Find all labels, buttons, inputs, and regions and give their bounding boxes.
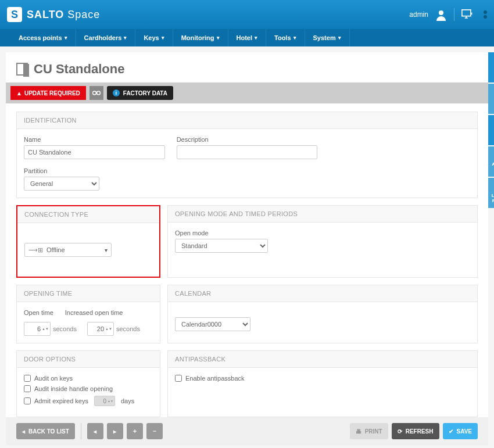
description-label: Description xyxy=(177,136,318,143)
open-time-label: Open time xyxy=(24,309,53,316)
refresh-icon: ⟳ xyxy=(398,428,402,435)
prev-button[interactable]: ◂ xyxy=(87,423,103,439)
card-door-options: DOOR OPTIONS Audit on keys Audit inside … xyxy=(16,350,160,417)
card-header: CALENDAR xyxy=(168,285,477,302)
sidetab-locations-functions[interactable]: LOCATIONS/ FUNCTIONS xyxy=(488,178,494,208)
spinner-icon[interactable]: ▲▼ xyxy=(105,327,112,331)
brand-logo-icon: S xyxy=(7,7,22,22)
increased-open-time-input[interactable]: 20▲▼ xyxy=(87,322,114,336)
warning-icon: ▲ xyxy=(16,90,22,96)
menu-hotel[interactable]: Hotel▾ xyxy=(228,29,267,46)
menu-system[interactable]: System▾ xyxy=(305,29,350,46)
topbar: S SALTO Space admin xyxy=(0,0,494,29)
door-icon xyxy=(16,63,28,76)
card-header: OPENING MODE AND TIMED PERIODS xyxy=(168,206,477,223)
card-connection-type: CONNECTION TYPE ⟶⊞ Offline ▾ xyxy=(16,205,160,278)
card-header: ANTIPASSBACK xyxy=(168,351,477,368)
svg-rect-1 xyxy=(462,10,471,16)
card-antipassback: ANTIPASSBACK Enable antipassback xyxy=(167,350,478,417)
factory-data-badge[interactable]: i FACTORY DATA xyxy=(107,86,173,100)
open-time-input[interactable]: 6▲▼ xyxy=(24,322,51,336)
audit-inside-handle-checkbox[interactable]: Audit inside handle opening xyxy=(24,385,153,392)
menu-tools[interactable]: Tools▾ xyxy=(266,29,305,46)
name-label: Name xyxy=(24,136,165,143)
card-calendar: CALENDAR Calendar0000 xyxy=(167,285,478,343)
add-button[interactable]: ＋ xyxy=(127,423,143,439)
side-tabs: USERS ACCESS LEVELS ZONES AUTOMATIC OUTP… xyxy=(488,52,494,209)
open-mode-label: Open mode xyxy=(175,230,470,236)
card-header: OPENING TIME xyxy=(17,285,160,302)
svg-rect-2 xyxy=(92,91,96,95)
info-icon: i xyxy=(113,89,120,96)
admit-expired-days-input[interactable]: 0▲▼ xyxy=(94,396,115,406)
calendar-select[interactable]: Calendar0000 xyxy=(175,317,250,331)
chevron-left-icon: ◂ xyxy=(22,428,25,435)
brand-text: SALTO Space xyxy=(27,9,100,21)
plus-icon: ＋ xyxy=(132,427,138,435)
next-button[interactable]: ▸ xyxy=(107,423,123,439)
svg-rect-3 xyxy=(96,91,100,95)
connection-type-select[interactable]: ⟶⊞ Offline ▾ xyxy=(24,243,112,257)
refresh-button[interactable]: ⟳REFRESH xyxy=(392,423,439,439)
audit-on-keys-checkbox[interactable]: Audit on keys xyxy=(24,375,153,382)
offline-icon: ⟶⊞ xyxy=(28,246,43,254)
enable-antipassback-checkbox[interactable]: Enable antipassback xyxy=(175,375,470,382)
menubar: Access points▾ Cardholders▾ Keys▾ Monito… xyxy=(0,29,494,46)
card-opening-mode: OPENING MODE AND TIMED PERIODS Open mode… xyxy=(167,205,478,278)
menu-access-points[interactable]: Access points▾ xyxy=(10,29,76,46)
open-mode-select[interactable]: Standard xyxy=(175,239,268,253)
spinner-icon[interactable]: ▲▼ xyxy=(42,327,49,331)
footer: ◂BACK TO LIST ◂ ▸ ＋ － 🖶PRINT ⟳REFRESH ✔S… xyxy=(6,417,488,445)
chevron-down-icon: ▾ xyxy=(105,247,108,253)
back-to-list-button[interactable]: ◂BACK TO LIST xyxy=(16,423,75,439)
chevron-left-icon: ◂ xyxy=(94,428,96,435)
name-input[interactable] xyxy=(24,145,165,159)
partition-label: Partition xyxy=(24,167,470,174)
topbar-right: admin xyxy=(409,8,487,21)
increased-open-time-label: Increased open time xyxy=(65,309,123,316)
alert-bar: ▲ UPDATE REQUIRED i FACTORY DATA xyxy=(6,83,488,103)
card-opening-time: OPENING TIME Open time Increased open ti… xyxy=(16,285,160,343)
info-dots-icon[interactable] xyxy=(484,10,487,19)
description-input[interactable] xyxy=(177,145,318,159)
menu-keys[interactable]: Keys▾ xyxy=(135,29,173,46)
brand[interactable]: S SALTO Space xyxy=(7,7,100,22)
page-title: CU Standalone xyxy=(34,62,124,77)
save-button[interactable]: ✔SAVE xyxy=(443,423,478,439)
sidetab-access-levels[interactable]: ACCESS LEVELS xyxy=(488,84,494,114)
card-header: CONNECTION TYPE xyxy=(17,206,159,223)
minus-icon: － xyxy=(152,427,157,435)
increased-open-time-unit: seconds xyxy=(116,325,140,332)
sidetab-zones[interactable]: ZONES xyxy=(488,115,494,145)
print-icon: 🖶 xyxy=(356,428,361,435)
menu-monitoring[interactable]: Monitoring▾ xyxy=(173,29,228,46)
card-header: IDENTIFICATION xyxy=(17,112,477,129)
sidetab-automatic-outputs[interactable]: AUTOMATIC OUTPUTS xyxy=(488,146,494,177)
user-name[interactable]: admin xyxy=(409,10,428,19)
card-header: DOOR OPTIONS xyxy=(17,351,160,368)
card-identification: IDENTIFICATION Name Description Partitio… xyxy=(16,112,478,198)
partition-select[interactable]: General xyxy=(24,177,99,191)
menu-cardholders[interactable]: Cardholders▾ xyxy=(76,29,136,46)
content-scroll[interactable]: IDENTIFICATION Name Description Partitio… xyxy=(6,103,488,417)
alert-link-icon[interactable] xyxy=(90,86,103,100)
page-header: CU Standalone xyxy=(6,52,488,83)
sidetab-users[interactable]: USERS xyxy=(488,52,494,83)
update-required-badge[interactable]: ▲ UPDATE REQUIRED xyxy=(10,86,86,100)
open-time-unit: seconds xyxy=(53,325,77,332)
print-button[interactable]: 🖶PRINT xyxy=(350,423,388,439)
check-icon: ✔ xyxy=(449,428,453,435)
page: CU Standalone ▲ UPDATE REQUIRED i FACTOR… xyxy=(6,52,488,417)
user-icon[interactable] xyxy=(435,9,447,20)
remove-button[interactable]: － xyxy=(146,423,163,439)
monitor-icon[interactable] xyxy=(461,9,473,20)
admit-expired-keys-checkbox[interactable]: Admit expired keys 0▲▼ days xyxy=(24,396,153,406)
svg-point-0 xyxy=(439,10,443,15)
chevron-right-icon: ▸ xyxy=(113,428,116,435)
